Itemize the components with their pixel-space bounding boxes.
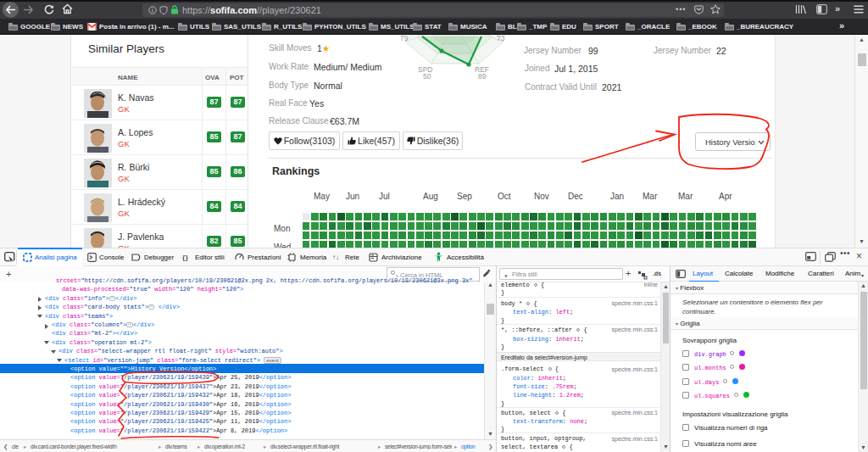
svg-text:79: 79 <box>400 35 409 42</box>
svg-text:73: 73 <box>497 35 505 42</box>
svg-text:89: 89 <box>478 72 487 81</box>
svg-text:50: 50 <box>423 72 431 81</box>
